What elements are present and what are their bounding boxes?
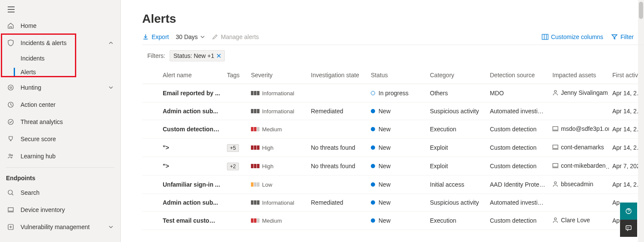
feedback-button[interactable]	[620, 220, 637, 237]
svg-point-4	[9, 154, 11, 156]
cell-tags: +5	[224, 139, 247, 157]
table-row[interactable]: Unfamiliar sign-in ... Low New Initial a…	[142, 175, 644, 194]
cell-alert-name: Unfamiliar sign-in ...	[159, 175, 224, 194]
laptop-icon	[6, 205, 15, 215]
cell-alert-name: Admin action sub...	[159, 103, 224, 120]
cell-impacted-assets: cont-mikebarden	[549, 157, 609, 175]
cell-investigation	[307, 175, 367, 194]
sidebar-sub-alerts[interactable]: Alerts	[0, 65, 120, 79]
severity-bars-icon	[251, 109, 259, 113]
col-category[interactable]: Category	[426, 67, 486, 84]
date-range-picker[interactable]: 30 Days	[176, 33, 204, 40]
table-row[interactable]: "> +5 High No threats found New Exploit …	[142, 139, 644, 157]
status-dot-icon	[371, 127, 375, 131]
status-dot-icon	[371, 145, 375, 150]
cell-impacted-assets	[549, 103, 609, 120]
svg-rect-7	[8, 208, 13, 211]
analytics-icon	[6, 117, 15, 127]
cell-severity: Medium	[247, 212, 307, 230]
cell-alert-name: ">	[159, 139, 224, 157]
sidebar-item-label: Device inventory	[21, 206, 114, 213]
col-tags[interactable]: Tags	[224, 67, 247, 84]
cell-impacted-assets	[549, 194, 609, 212]
filter-pill-status[interactable]: Status: New +1	[170, 50, 225, 61]
sidebar-item-incidents-alerts[interactable]: Incidents & alerts	[0, 34, 120, 51]
sidebar-item-home[interactable]: Home	[0, 17, 120, 34]
sidebar: Home Incidents & alerts Incidents Alerts…	[0, 0, 121, 242]
cell-impacted-assets: Jenny Sivalingam	[549, 84, 609, 103]
table-row[interactable]: Admin action sub... Informational Remedi…	[142, 103, 644, 120]
cell-detection-source: AAD Identity Protection	[486, 175, 549, 194]
filter-label: Filter	[620, 33, 634, 40]
scrollbar-thumb[interactable]	[639, 2, 643, 19]
table-row[interactable]: Test email custom ... Medium New Executi…	[142, 212, 644, 230]
filters-row: Filters: Status: New +1	[142, 45, 644, 67]
customize-columns-button[interactable]: Customize columns	[542, 33, 603, 40]
sidebar-item-threat-analytics[interactable]: Threat analytics	[0, 113, 120, 130]
cell-tags	[224, 103, 247, 120]
severity-bars-icon	[251, 91, 259, 95]
cell-detection-source: Automated investigation	[486, 103, 549, 120]
command-bar-left: Export 30 Days Manage alerts	[142, 33, 259, 40]
sidebar-item-label: Secure score	[21, 136, 114, 142]
sidebar-divider	[6, 167, 114, 168]
col-alert-name[interactable]: Alert name	[159, 67, 224, 84]
hamburger-icon[interactable]	[6, 4, 16, 15]
sidebar-item-search[interactable]: Search	[0, 184, 120, 201]
chevron-up-icon	[107, 39, 114, 46]
cell-investigation: No threats found	[307, 139, 367, 157]
table-row[interactable]: Custom detection -... Medium New Executi…	[142, 120, 644, 139]
sidebar-item-label: Search	[21, 189, 114, 196]
cell-investigation: Remediated	[307, 194, 367, 212]
table-row[interactable]: Admin action sub... Informational Remedi…	[142, 194, 644, 212]
col-detection-source[interactable]: Detection source	[486, 67, 549, 84]
status-dot-icon	[371, 182, 375, 187]
cell-impacted-assets: cont-denamarks	[549, 139, 609, 157]
sidebar-item-device-inventory[interactable]: Device inventory	[0, 201, 120, 218]
main-content: Alerts Export 30 Days Manage alerts	[121, 0, 644, 242]
download-icon	[142, 33, 149, 40]
cell-status: New	[367, 139, 426, 157]
cell-status: New	[367, 103, 426, 120]
cell-investigation: Remediated	[307, 103, 367, 120]
cell-detection-source: Custom detection	[486, 139, 549, 157]
cell-tags	[224, 175, 247, 194]
col-impacted-assets[interactable]: Impacted assets	[549, 67, 609, 84]
cell-detection-source: Custom detection	[486, 212, 549, 230]
cell-detection-source: Automated investigation	[486, 194, 549, 212]
svg-rect-9	[542, 34, 548, 39]
sidebar-item-secure-score[interactable]: Secure score	[0, 130, 120, 148]
svg-rect-11	[553, 127, 558, 130]
close-icon[interactable]	[217, 54, 221, 58]
sidebar-sub-incidents[interactable]: Incidents	[0, 51, 120, 65]
table-row[interactable]: "> +2 High No threats found New Exploit …	[142, 157, 644, 175]
col-severity[interactable]: Severity	[247, 67, 307, 84]
help-button[interactable]	[620, 203, 637, 220]
cell-investigation	[307, 120, 367, 139]
sidebar-item-learning-hub[interactable]: Learning hub	[0, 148, 120, 165]
sidebar-item-hunting[interactable]: Hunting	[0, 79, 120, 96]
export-button[interactable]: Export	[142, 33, 169, 40]
date-range-label: 30 Days	[176, 33, 197, 40]
filter-button[interactable]: Filter	[611, 33, 634, 40]
customize-label: Customize columns	[551, 33, 603, 40]
cell-category: Suspicious activity	[426, 103, 486, 120]
vulnerability-icon	[6, 222, 15, 232]
sidebar-item-action-center[interactable]: Action center	[0, 96, 120, 113]
severity-bars-icon	[251, 145, 259, 150]
cell-alert-name: Admin action sub...	[159, 194, 224, 212]
cell-severity: Informational	[247, 103, 307, 120]
chevron-down-icon	[200, 36, 205, 38]
col-status[interactable]: Status	[367, 67, 426, 84]
svg-point-0	[8, 85, 13, 90]
col-investigation[interactable]: Investigation state	[307, 67, 367, 84]
cell-severity: High	[247, 157, 307, 175]
cell-category: Exploit	[426, 157, 486, 175]
command-bar: Export 30 Days Manage alerts Customiz	[142, 33, 644, 45]
cell-alert-name: ">	[159, 157, 224, 175]
device-icon	[552, 163, 558, 169]
table-row[interactable]: Email reported by ... Informational In p…	[142, 84, 644, 103]
sidebar-item-vuln-mgmt[interactable]: Vulnerability management	[0, 218, 120, 236]
manage-alerts-button: Manage alerts	[212, 33, 259, 40]
sidebar-item-label: Action center	[21, 101, 114, 108]
